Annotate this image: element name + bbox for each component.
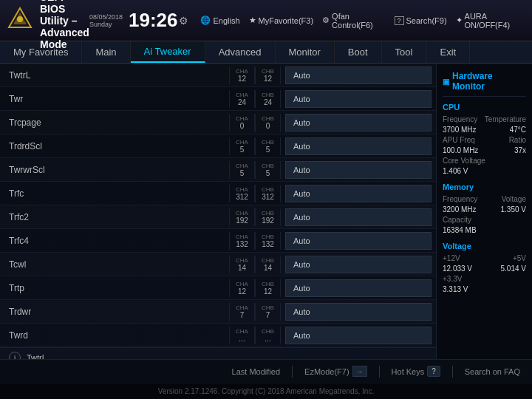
logo (6, 5, 34, 36)
chb-label: CHB (262, 328, 274, 335)
row-chb: CHB 5 (255, 137, 281, 155)
table-row[interactable]: Trfc4 CHA 132 CHB 132 Auto (0, 229, 436, 253)
value-dropdown[interactable]: Auto (285, 327, 432, 344)
language-selector[interactable]: 🌐 English (200, 16, 239, 25)
ez-mode-button[interactable]: EzMode(F7) → (304, 366, 367, 377)
chb-value: ... (265, 335, 270, 343)
chb-value: 5 (266, 169, 270, 177)
row-value-cell[interactable]: Auto (281, 135, 436, 157)
row-cha: CHA 5 (229, 137, 255, 155)
sidebar-label: Capacity (443, 216, 471, 224)
chb-label: CHB (262, 233, 274, 240)
value-dropdown[interactable]: Auto (285, 256, 432, 273)
row-value-cell[interactable]: Auto (281, 183, 436, 205)
row-name: TrdrdScl (0, 141, 229, 151)
hot-keys[interactable]: Hot Keys ? (392, 366, 440, 377)
sidebar-section: CPU Frequency Temperature 3700 MHz 47°C … (443, 103, 526, 175)
search-button[interactable]: ? Search(F9) (395, 16, 447, 25)
row-value-cell[interactable]: Auto (281, 277, 436, 299)
nav-tool[interactable]: Tool (382, 41, 427, 63)
table-row[interactable]: TrdrdScl CHA 5 CHB 5 Auto (0, 134, 436, 158)
row-value-cell[interactable]: Auto (281, 88, 436, 110)
table-row[interactable]: Trfc2 CHA 192 CHB 192 Auto (0, 205, 436, 229)
settings-icon[interactable]: ⚙ (179, 15, 188, 27)
sidebar-row: +3.3V (443, 275, 526, 283)
sidebar-label: +5V (513, 254, 526, 262)
sidebar-label: Temperature (485, 115, 526, 123)
hot-keys-label: Hot Keys (392, 367, 425, 376)
hot-keys-key: ? (427, 366, 440, 377)
row-value-cell[interactable]: Auto (281, 206, 436, 228)
table-row[interactable]: Trfc CHA 312 CHB 312 Auto (0, 182, 436, 205)
aura-button[interactable]: ✦ AURA ON/OFF(F4) (456, 12, 526, 30)
table-row[interactable]: Twr CHA 24 CHB 24 Auto (0, 87, 436, 111)
sidebar-value: 1.350 V (501, 205, 526, 214)
content: TwtrL CHA 12 CHB 12 Auto Twr CHA 24 CHB … (0, 64, 532, 359)
row-cha: CHA 14 (229, 256, 255, 273)
sidebar-row: 3.313 V (443, 285, 526, 293)
row-value-cell[interactable]: Auto (281, 253, 436, 276)
value-dropdown[interactable]: Auto (285, 185, 432, 202)
table-row[interactable]: Twrd CHA ... CHB ... Auto (0, 324, 436, 347)
chb-label: CHB (262, 210, 274, 216)
sidebar-row: Capacity (443, 216, 526, 224)
info-text: TwtrL (27, 353, 47, 359)
row-value-cell[interactable]: Auto (281, 301, 436, 323)
sidebar-section: Voltage +12V +5V 12.033 V 5.014 V +3.3V … (443, 242, 526, 293)
value-dropdown[interactable]: Auto (285, 303, 432, 321)
chb-value: 0 (266, 122, 270, 130)
chb-label: CHB (262, 281, 274, 287)
row-cha: CHA 24 (229, 90, 255, 108)
row-value-cell[interactable]: Auto (281, 230, 436, 252)
nav-monitor[interactable]: Monitor (276, 41, 335, 63)
cha-value: 24 (238, 98, 246, 106)
row-value-cell[interactable]: Auto (281, 64, 436, 86)
row-chb: CHB ... (255, 327, 281, 344)
value-dropdown[interactable]: Auto (285, 66, 432, 84)
table-row[interactable]: TwrwrScl CHA 5 CHB 5 Auto (0, 158, 436, 182)
value-dropdown[interactable]: Auto (285, 232, 432, 250)
chb-label: CHB (262, 304, 274, 311)
value-dropdown[interactable]: Auto (285, 208, 432, 226)
row-value-cell[interactable]: Auto (281, 324, 436, 347)
sidebar-section-title: Memory (443, 183, 526, 191)
row-value-cell[interactable]: Auto (281, 112, 436, 134)
value-dropdown[interactable]: Auto (285, 114, 432, 132)
table-row[interactable]: Tcwl CHA 14 CHB 14 Auto (0, 253, 436, 276)
chb-label: CHB (262, 92, 274, 98)
value-dropdown[interactable]: Auto (285, 137, 432, 155)
sidebar-section: Memory Frequency Voltage 3200 MHz 1.350 … (443, 183, 526, 234)
chb-label: CHB (262, 163, 274, 169)
favorites-button[interactable]: ★ MyFavorite(F3) (249, 16, 314, 25)
nav-main[interactable]: Main (82, 41, 130, 63)
row-chb: CHB 0 (255, 114, 281, 132)
search-faq[interactable]: Search on FAQ (465, 367, 520, 376)
search-faq-label: Search on FAQ (465, 367, 520, 376)
table-row[interactable]: Trdwr CHA 7 CHB 7 Auto (0, 300, 436, 324)
row-name: Trfc4 (0, 236, 229, 246)
table-row[interactable]: Trtp CHA 12 CHB 12 Auto (0, 276, 436, 300)
sidebar-label: +12V (443, 254, 460, 262)
language-label: English (213, 16, 239, 25)
nav-ai-tweaker[interactable]: Ai Tweaker (131, 41, 205, 63)
row-value-cell[interactable]: Auto (281, 159, 436, 181)
table-row[interactable]: TwtrL CHA 12 CHB 12 Auto (0, 64, 436, 87)
value-dropdown[interactable]: Auto (285, 90, 432, 108)
value-dropdown[interactable]: Auto (285, 161, 432, 179)
nav-advanced[interactable]: Advanced (205, 41, 276, 63)
sidebar-row: Core Voltage (443, 157, 526, 165)
footer: Version 2.17.1246. Copyright (C) 2018 Am… (0, 383, 532, 399)
qfan-button[interactable]: ⚙ Qfan Control(F6) (322, 12, 385, 30)
nav-boot[interactable]: Boot (335, 41, 382, 63)
cha-value: 7 (240, 311, 245, 319)
table-row[interactable]: Trcpage CHA 0 CHB 0 Auto (0, 111, 436, 134)
sidebar-value: 12.033 V (443, 265, 472, 273)
sidebar-row: 100.0 MHz 37x (443, 146, 526, 154)
value-dropdown[interactable]: Auto (285, 279, 432, 297)
nav-exit[interactable]: Exit (426, 41, 470, 63)
qfan-label: Qfan Control(F6) (332, 12, 385, 30)
sidebar-section-title: CPU (443, 103, 526, 112)
cha-value: 14 (238, 264, 246, 272)
monitor-icon: ▣ (443, 78, 449, 86)
sidebar-label: Voltage (502, 195, 526, 203)
